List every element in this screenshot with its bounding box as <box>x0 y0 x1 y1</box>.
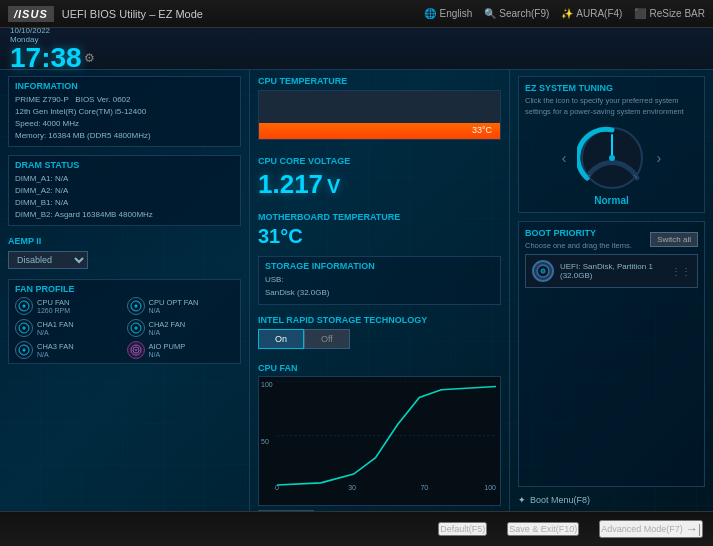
fan-icon-aio <box>127 341 145 359</box>
svg-point-17 <box>609 155 615 161</box>
fan-title: FAN Profile <box>15 284 234 294</box>
fan-item-cha3[interactable]: CHA3 FAN N/A <box>15 341 123 359</box>
fan-icon-cpu <box>15 297 33 315</box>
search-control[interactable]: 🔍 Search(F9) <box>484 8 549 19</box>
info-memory: Memory: 16384 MB (DDR5 4800MHz) <box>15 130 234 142</box>
top-controls: 🌐 English 🔍 Search(F9) ✨ AURA(F4) ⬛ ReSi… <box>424 8 705 19</box>
disk-icon <box>532 260 554 282</box>
info-title: Information <box>15 81 234 91</box>
exit-icon: →| <box>686 522 701 536</box>
fan-rpm-cpu: 1260 RPM <box>37 307 70 314</box>
boot-item-label: UEFI: SanDisk, Partition 1 (32.0GB) <box>560 262 665 280</box>
cpu-temp-bar: 33°C <box>258 90 501 140</box>
fan-item-cpu-opt[interactable]: CPU OPT FAN N/A <box>127 297 235 315</box>
ez-gauge[interactable] <box>577 123 647 193</box>
svg-point-22 <box>542 270 544 272</box>
save-exit-button[interactable]: Save & Exit(F10) <box>507 522 579 536</box>
aemp-section: AEMP II Disabled <box>8 234 241 271</box>
settings-icon[interactable]: ⚙ <box>84 51 95 65</box>
right-panel: EZ System Tuning Click the icon to speci… <box>510 70 713 511</box>
boot-menu-icon: ✦ <box>518 495 526 505</box>
boot-desc: Choose one and drag the items. <box>525 241 632 250</box>
svg-point-5 <box>23 327 26 330</box>
ez-prev-button[interactable]: ‹ <box>562 150 567 166</box>
ez-gauge-nav: ‹ <box>525 123 698 193</box>
top-bar: /ISUS UEFI BIOS Utility – EZ Mode 🌐 Engl… <box>0 0 713 28</box>
cpu-temp-title: CPU Temperature <box>258 76 501 86</box>
voltage-section: CPU Core Voltage 1.217 V <box>258 152 501 204</box>
advanced-mode-button[interactable]: Advanced Mode(F7) →| <box>599 520 703 538</box>
dram-b2: DIMM_B2: Asgard 16384MB 4800MHz <box>15 209 234 221</box>
fan-rpm-cpu-opt: N/A <box>149 307 199 314</box>
info-speed: Speed: 4000 MHz <box>15 118 234 130</box>
default-label: Default(F5) <box>440 524 485 534</box>
app-title: UEFI BIOS Utility – EZ Mode <box>62 8 425 20</box>
search-label: Search(F9) <box>499 8 549 19</box>
ez-system-desc: Click the icon to specify your preferred… <box>525 96 698 117</box>
aemp-select[interactable]: Disabled <box>8 251 88 269</box>
boot-menu[interactable]: ✦ Boot Menu(F8) <box>518 495 705 505</box>
info-cpu: 12th Gen Intel(R) Core(TM) i5-12400 <box>15 106 234 118</box>
aura-control[interactable]: ✨ AURA(F4) <box>561 8 622 19</box>
dram-title: DRAM Status <box>15 160 234 170</box>
aura-label: AURA(F4) <box>576 8 622 19</box>
boot-title: Boot Priority <box>525 228 632 238</box>
fan-rpm-cha3: N/A <box>37 351 74 358</box>
mb-temp-title: Motherboard Temperature <box>258 212 501 222</box>
chart-y-50: 50 <box>261 437 269 444</box>
temp-bar-fill <box>259 91 500 139</box>
svg-point-12 <box>135 349 137 351</box>
fan-label-cpu: CPU FAN <box>37 298 70 307</box>
bottom-bar: Default(F5) Save & Exit(F10) Advanced Mo… <box>0 511 713 546</box>
aura-icon: ✨ <box>561 8 573 19</box>
storage-usb-label: USB: <box>265 274 494 287</box>
cpu-temp-section: CPU Temperature 33°C <box>258 76 501 144</box>
fan-item-cha2[interactable]: CHA2 FAN N/A <box>127 319 235 337</box>
advanced-label: Advanced Mode(F7) <box>601 524 683 534</box>
voltage-unit: V <box>327 175 340 198</box>
switch-all-button[interactable]: Switch all <box>650 232 698 247</box>
fan-item-cha1[interactable]: CHA1 FAN N/A <box>15 319 123 337</box>
rst-title: Intel Rapid Storage Technology <box>258 315 501 325</box>
globe-icon: 🌐 <box>424 8 436 19</box>
voltage-value: 1.217 <box>258 169 323 200</box>
fan-chart-section: CPU FAN 100 50 0 30 70 100 QFan Control <box>258 359 501 532</box>
dram-a1: DIMM_A1: N/A <box>15 173 234 185</box>
boot-header: Boot Priority Choose one and drag the it… <box>525 228 698 250</box>
default-button[interactable]: Default(F5) <box>438 522 487 536</box>
ez-next-button[interactable]: › <box>657 150 662 166</box>
fan-item-cpu[interactable]: CPU FAN 1260 RPM <box>15 297 123 315</box>
boot-item[interactable]: UEFI: SanDisk, Partition 1 (32.0GB) ⋮⋮ <box>525 254 698 288</box>
fan-icon-cha2 <box>127 319 145 337</box>
drag-icon: ⋮⋮ <box>671 266 691 277</box>
rst-on-button[interactable]: On <box>258 329 304 349</box>
fan-rpm-cha1: N/A <box>37 329 74 336</box>
date-time-block: 10/10/2022 Monday 17:38 ⚙ <box>10 26 95 72</box>
fan-section: FAN Profile CPU FAN 1260 RPM <box>8 279 241 364</box>
mb-temp-value: 31°C <box>258 225 303 247</box>
storage-section: Storage Information USB: SanDisk (32.0GB… <box>258 256 501 305</box>
resize-control[interactable]: ⬛ ReSize BAR <box>634 8 705 19</box>
info-board: PRIME Z790-P BIOS Ver. 0602 <box>15 94 234 106</box>
language-selector[interactable]: 🌐 English <box>424 8 472 19</box>
fan-rpm-aio: N/A <box>149 351 186 358</box>
ez-system-section: EZ System Tuning Click the icon to speci… <box>518 76 705 213</box>
chart-y-100: 100 <box>261 381 273 388</box>
voltage-title: CPU Core Voltage <box>258 156 501 166</box>
fan-chart-title: CPU FAN <box>258 363 501 373</box>
search-icon: 🔍 <box>484 8 496 19</box>
dram-b1: DIMM_B1: N/A <box>15 197 234 209</box>
asus-logo: /ISUS <box>8 6 54 22</box>
svg-point-1 <box>23 305 26 308</box>
save-exit-label: Save & Exit(F10) <box>509 524 577 534</box>
header-area: 10/10/2022 Monday 17:38 ⚙ <box>0 28 713 70</box>
time-display: 17:38 <box>10 44 82 72</box>
rst-off-button[interactable]: Off <box>304 329 350 349</box>
boot-menu-label: Boot Menu(F8) <box>530 495 590 505</box>
ez-system-title: EZ System Tuning <box>525 83 698 93</box>
fan-item-aio[interactable]: AIO PUMP N/A <box>127 341 235 359</box>
fan-label-cha3: CHA3 FAN <box>37 342 74 351</box>
storage-usb-device: SanDisk (32.0GB) <box>265 287 494 300</box>
resize-icon: ⬛ <box>634 8 646 19</box>
boot-section: Boot Priority Choose one and drag the it… <box>518 221 705 487</box>
